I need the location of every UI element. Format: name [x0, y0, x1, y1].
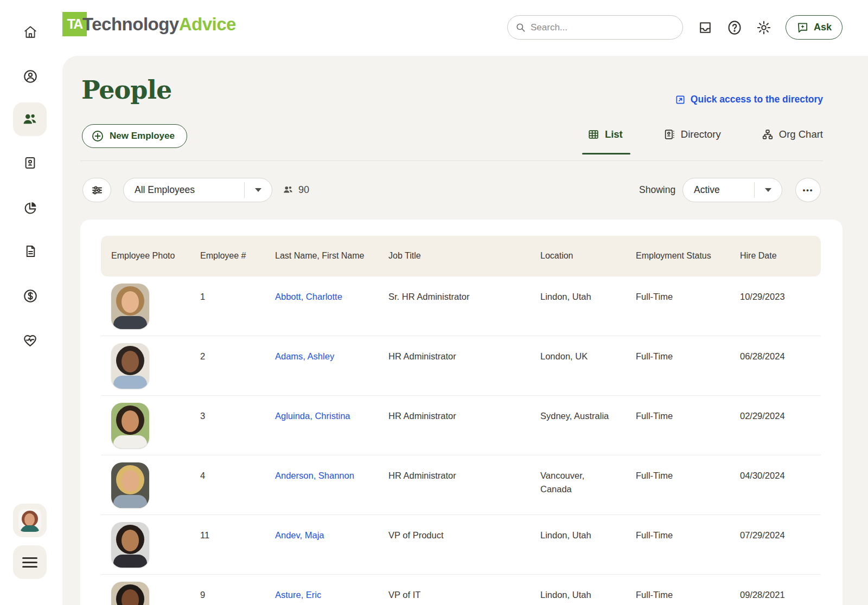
job-title: VP of IT: [388, 575, 540, 602]
tab-directory[interactable]: Directory: [663, 128, 721, 140]
sidebar-item-profile[interactable]: [23, 69, 38, 84]
hire-date: 07/29/2024: [740, 515, 821, 542]
ask-label: Ask: [814, 22, 832, 33]
location: Lindon, Utah: [540, 515, 636, 542]
quick-access-directory-link[interactable]: Quick access to the directory: [675, 94, 823, 105]
sidebar-user-avatar[interactable]: [13, 504, 47, 537]
global-search[interactable]: [507, 15, 683, 40]
hire-date: 06/28/2024: [740, 336, 821, 363]
table-row: 2 Adams, Ashley HR Administrator London,…: [101, 336, 821, 396]
org-chart-icon: [762, 128, 774, 140]
job-title: Sr. HR Administrator: [388, 276, 540, 304]
employee-name-link[interactable]: Abbott, Charlotte: [275, 292, 342, 301]
employment-status: Full-Time: [636, 455, 740, 482]
column-header: Employee #: [200, 243, 275, 269]
column-header: Employee Photo: [101, 243, 200, 269]
employee-name-link[interactable]: Adams, Ashley: [275, 351, 334, 361]
help-icon[interactable]: [727, 20, 742, 35]
employee-name-link[interactable]: Asture, Eric: [275, 590, 321, 600]
employment-status: Full-Time: [636, 276, 740, 304]
location: London, UK: [540, 336, 636, 363]
directory-card-icon: [663, 128, 675, 140]
inbox-icon[interactable]: [698, 20, 713, 35]
location: Lindon, Utah: [540, 575, 636, 602]
technologyadvice-logo[interactable]: TA TechnologyAdvice: [62, 12, 236, 36]
employee-photo[interactable]: [111, 343, 149, 389]
list-table-icon: [588, 128, 599, 140]
column-header: Employment Status: [636, 243, 740, 269]
ask-button[interactable]: Ask: [786, 15, 843, 40]
table-row: 9 Asture, Eric VP of IT Lindon, Utah Ful…: [101, 575, 821, 605]
sidebar-item-benefits[interactable]: [22, 332, 38, 348]
employee-photo[interactable]: [111, 522, 149, 568]
job-title: HR Administrator: [388, 336, 540, 363]
employment-status: Full-Time: [636, 396, 740, 423]
new-employee-button[interactable]: New Employee: [82, 124, 187, 148]
tab-list[interactable]: List: [588, 128, 623, 140]
employee-table: Employee Photo Employee # Last Name, Fir…: [80, 220, 843, 605]
column-header: Job Title: [388, 243, 540, 269]
tab-org-chart[interactable]: Org Chart: [762, 128, 823, 140]
employee-number: 9: [200, 575, 275, 602]
sidebar-menu-button[interactable]: [13, 545, 47, 579]
table-row: 4 Anderson, Shannon HR Administrator Van…: [101, 455, 821, 515]
employee-name-link[interactable]: Anderson, Shannon: [275, 471, 354, 480]
plus-circle-icon: [91, 130, 104, 143]
employment-status: Full-Time: [636, 336, 740, 363]
sidebar-item-files[interactable]: [23, 244, 38, 259]
hire-date: 04/30/2024: [740, 455, 821, 482]
employee-filter-value: All Employees: [135, 184, 195, 196]
home-icon[interactable]: [23, 25, 37, 39]
search-input[interactable]: [531, 22, 661, 33]
settings-gear-icon[interactable]: [756, 20, 771, 35]
sidebar-item-people[interactable]: [13, 102, 47, 136]
employee-count: 90: [282, 184, 309, 196]
people-icon: [22, 111, 38, 127]
table-header-row: Employee Photo Employee # Last Name, Fir…: [101, 236, 821, 276]
job-title: HR Administrator: [388, 455, 540, 482]
employee-photo[interactable]: [111, 284, 149, 329]
job-title: HR Administrator: [388, 396, 540, 423]
table-row: 11 Andev, Maja VP of Product Lindon, Uta…: [101, 515, 821, 575]
employee-number: 3: [200, 396, 275, 423]
people-page: People Quick access to the directory New…: [62, 56, 868, 605]
column-header: Location: [540, 243, 636, 269]
filter-button[interactable]: [82, 178, 111, 202]
column-header: Hire Date: [740, 243, 821, 269]
chevron-down-icon: [755, 188, 782, 192]
column-header: Last Name, First Name: [275, 243, 388, 269]
location: Lindon, Utah: [540, 276, 636, 304]
employee-name-link[interactable]: Andev, Maja: [275, 530, 324, 540]
sidebar-item-payroll[interactable]: [23, 288, 38, 304]
employee-filter-dropdown[interactable]: All Employees: [123, 178, 272, 202]
filter-sliders-icon: [91, 184, 104, 197]
page-title: People: [81, 75, 171, 105]
showing-status-dropdown[interactable]: Active: [682, 178, 782, 202]
people-count-icon: [282, 184, 294, 196]
tabs-divider: [80, 160, 823, 161]
logo-text-technology: Technology: [82, 14, 179, 34]
hire-date: 10/29/2023: [740, 276, 821, 304]
chat-sparkle-icon: [796, 21, 809, 34]
external-link-icon: [675, 94, 686, 105]
hire-date: 09/28/2021: [740, 575, 821, 602]
employee-number: 4: [200, 455, 275, 482]
user-avatar-photo: [18, 509, 41, 532]
employee-number: 11: [200, 515, 275, 542]
employee-photo[interactable]: [111, 582, 149, 605]
employee-photo[interactable]: [111, 403, 149, 448]
showing-label: Showing: [639, 184, 675, 196]
hire-date: 02/29/2024: [740, 396, 821, 423]
chevron-down-icon: [245, 188, 272, 192]
more-options-button[interactable]: •••: [795, 178, 821, 202]
employee-number: 1: [200, 276, 275, 304]
sidebar-item-hiring[interactable]: [23, 156, 37, 170]
job-title: VP of Product: [388, 515, 540, 542]
sidebar-item-reports[interactable]: [23, 200, 38, 215]
table-row: 3 Agluinda, Christina HR Administrator S…: [101, 396, 821, 455]
employment-status: Full-Time: [636, 515, 740, 542]
view-tabs: List Directory Org Chart: [588, 128, 823, 140]
employee-name-link[interactable]: Agluinda, Christina: [275, 411, 350, 421]
employee-photo[interactable]: [111, 462, 149, 508]
logo-text-advice: Advice: [179, 14, 236, 34]
